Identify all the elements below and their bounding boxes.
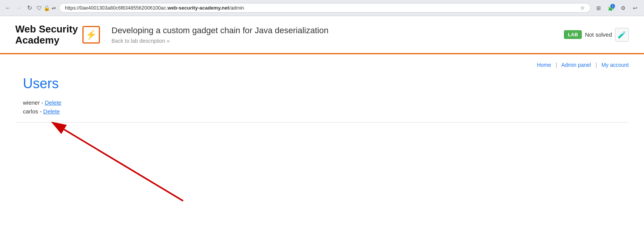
extension-badge: 1 [610,4,615,8]
my-account-link[interactable]: My account [601,62,629,68]
delete-wiener-link[interactable]: Delete [45,99,61,106]
logo-icon: ⚡ [82,26,100,44]
nav-buttons: ← → ↻ [4,4,34,12]
flask-button[interactable]: 🧪 [615,28,629,42]
qr-icon[interactable]: ⊞ [594,3,604,13]
user-name-wiener: wiener - [23,99,45,106]
home-link[interactable]: Home [537,62,551,68]
user-row-carlos: carlos - Delete [23,108,629,115]
star-icon[interactable]: ☆ [580,5,585,11]
arrow-svg [23,126,183,203]
tracking-icon: ⇌ [52,5,56,11]
url-prefix: https://0ae4001303a80c6f83485562006100ac… [65,5,167,11]
settings-icon[interactable]: ⚙ [618,3,628,13]
undo-icon[interactable]: ↩ [630,3,640,13]
back-to-lab-link[interactable]: Back to lab description » [111,38,170,44]
security-icons: 🛡 🔒 ⇌ [37,5,56,11]
url-suffix: /admin [229,5,244,11]
page-nav-links: Home | Admin panel | My account [15,62,629,68]
shield-icon: 🛡 [37,5,42,11]
lab-title-area: Developing a custom gadget chain for Jav… [111,26,552,44]
lab-status: Not solved [585,31,612,38]
url-text: https://0ae4001303a80c6f83485562006100ac… [65,5,578,11]
page-heading: Users [23,76,629,92]
toolbar-icons: ⊞ 🧩 1 ⚙ ↩ [594,3,640,13]
lab-badge-area: LAB Not solved 🧪 [564,28,629,42]
delete-carlos-link[interactable]: Delete [43,108,60,115]
logo-text: Web Security Academy [15,24,78,45]
admin-panel-link[interactable]: Admin panel [561,62,591,68]
users-list: wiener - Delete carlos - Delete [23,99,629,115]
url-domain: web-security-academy.net [167,5,229,11]
lab-title: Developing a custom gadget chain for Jav… [111,26,552,36]
reload-button[interactable]: ↻ [25,4,34,12]
lab-header: Web Security Academy ⚡ Developing a cust… [0,16,644,54]
lab-badge: LAB [564,30,582,39]
user-name-carlos: carlos - [23,108,43,115]
lock-icon: 🔒 [43,5,50,11]
browser-chrome: ← → ↻ 🛡 🔒 ⇌ https://0ae4001303a80c6f8348… [0,0,644,16]
svg-line-1 [64,129,183,201]
nav-separator-1: | [555,62,557,68]
back-button[interactable]: ← [4,4,12,12]
logo-area: Web Security Academy ⚡ [15,24,100,45]
extensions-icon[interactable]: 🧩 1 [606,3,616,13]
page-content: Home | Admin panel | My account Users wi… [0,54,644,210]
content-divider [15,122,629,123]
arrow-annotation [23,126,629,203]
address-bar[interactable]: https://0ae4001303a80c6f83485562006100ac… [59,3,591,13]
nav-separator-2: | [596,62,597,68]
forward-button[interactable]: → [14,4,23,12]
user-row-wiener: wiener - Delete [23,99,629,106]
